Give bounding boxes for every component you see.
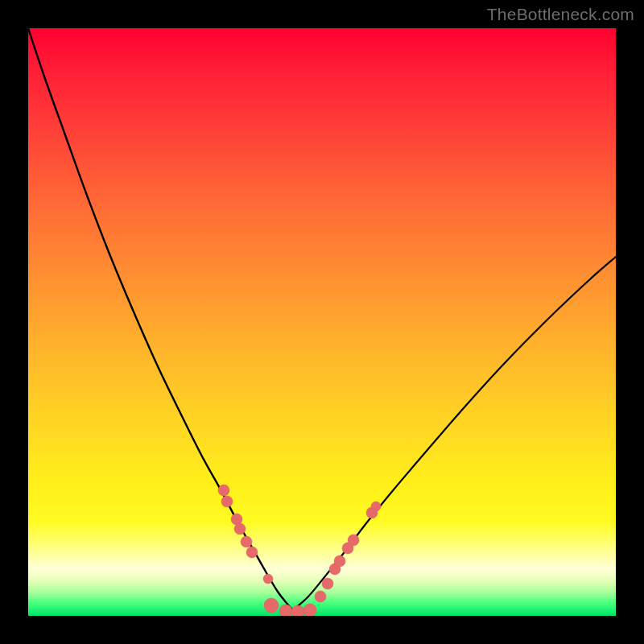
curve-layer (28, 28, 616, 609)
watermark-text: TheBottleneck.com (487, 5, 634, 24)
left-curve (28, 28, 292, 609)
data-marker (334, 555, 345, 567)
data-marker (246, 547, 258, 558)
data-marker (291, 605, 304, 616)
data-marker (348, 535, 359, 546)
data-marker (315, 591, 326, 602)
chart-svg (28, 28, 616, 616)
data-marker (241, 536, 252, 547)
plot-area (28, 28, 616, 616)
data-marker (371, 502, 381, 511)
data-marker (221, 496, 233, 507)
data-marker (263, 574, 273, 584)
chart-frame: TheBottleneck.com (0, 0, 644, 644)
data-marker (322, 578, 333, 589)
marker-layer (218, 485, 381, 616)
data-marker (218, 485, 229, 496)
data-marker (279, 605, 292, 616)
data-marker (264, 598, 279, 613)
data-marker (234, 523, 246, 535)
data-marker (303, 604, 316, 616)
